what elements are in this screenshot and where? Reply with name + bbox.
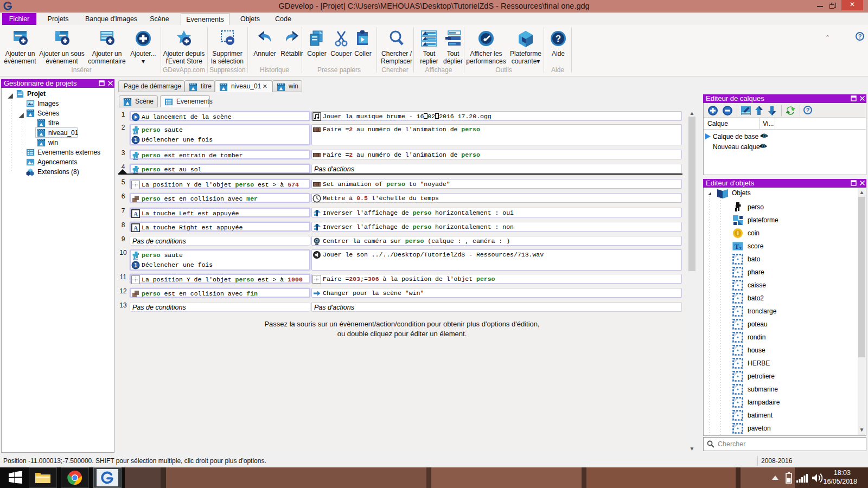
- svg-text:A: A: [133, 210, 138, 218]
- svg-text:1: 1: [134, 137, 137, 143]
- svg-text:A: A: [133, 224, 138, 232]
- svg-text:x: x: [739, 246, 742, 251]
- svg-text:?: ?: [556, 34, 561, 44]
- svg-text:1: 1: [134, 262, 137, 268]
- svg-text:T: T: [735, 242, 739, 251]
